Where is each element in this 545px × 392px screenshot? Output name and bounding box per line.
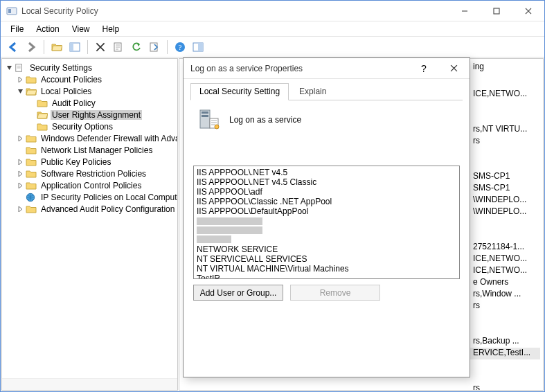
chevron-right-icon[interactable] bbox=[16, 134, 24, 143]
tree-user-rights[interactable]: User Rights Assignment bbox=[27, 109, 176, 121]
folder-icon bbox=[26, 181, 37, 190]
chevron-right-icon[interactable] bbox=[16, 181, 24, 190]
list-fragment[interactable]: \WINDEPLO... bbox=[470, 206, 540, 218]
tree-netlist[interactable]: Network List Manager Policies bbox=[16, 144, 176, 156]
folder-icon bbox=[26, 75, 37, 84]
tree-account-policies[interactable]: Account Policies bbox=[16, 73, 176, 85]
list-fragment[interactable]: rs bbox=[470, 136, 540, 148]
tree-root[interactable]: Security Settings bbox=[5, 62, 176, 73]
show-hide-tree-button[interactable] bbox=[66, 39, 83, 55]
policy-name: Log on as a service bbox=[229, 115, 301, 125]
menu-file[interactable]: File bbox=[5, 23, 29, 35]
menu-view[interactable]: View bbox=[66, 23, 96, 35]
export-button[interactable] bbox=[146, 39, 163, 55]
minimize-button[interactable] bbox=[449, 1, 481, 21]
refresh-button[interactable] bbox=[128, 39, 145, 55]
window-title: Local Security Policy bbox=[21, 6, 449, 16]
tree-ipsec[interactable]: IP Security Policies on Local Computer bbox=[16, 191, 176, 203]
chevron-right-icon[interactable] bbox=[16, 170, 24, 178]
redacted-item[interactable] bbox=[197, 217, 262, 225]
tree-label: Security Settings bbox=[28, 63, 93, 73]
list-fragment[interactable]: SMS-CP1 bbox=[470, 171, 540, 183]
app-icon bbox=[6, 6, 17, 17]
properties-button[interactable] bbox=[110, 39, 127, 55]
chevron-down-icon[interactable] bbox=[16, 87, 24, 96]
dialog-tabs: Local Security Setting Explain bbox=[190, 83, 463, 100]
principal-item[interactable]: NT VIRTUAL MACHINE\Virtual Machines bbox=[197, 264, 456, 274]
list-fragment[interactable]: ICE,NETWO... bbox=[470, 265, 540, 277]
list-fragment[interactable]: SMS-CP1 bbox=[470, 183, 540, 195]
folder-icon bbox=[26, 145, 37, 155]
principal-item[interactable]: IIS APPPOOL\DefaultAppPool bbox=[197, 206, 456, 216]
list-fragment[interactable]: ing bbox=[470, 62, 540, 73]
principal-item[interactable]: IIS APPPOOL\Classic .NET AppPool bbox=[197, 197, 456, 206]
folder-icon bbox=[26, 204, 37, 214]
close-button[interactable] bbox=[512, 1, 544, 21]
tree-pubkey[interactable]: Public Key Policies bbox=[16, 156, 176, 168]
forward-button[interactable] bbox=[23, 39, 39, 55]
globe-icon bbox=[26, 193, 37, 202]
folder-open-icon bbox=[37, 110, 48, 120]
add-user-or-group-button[interactable]: Add User or Group... bbox=[193, 285, 283, 301]
tree-firewall[interactable]: Windows Defender Firewall with Advanced … bbox=[16, 132, 176, 144]
chevron-right-icon[interactable] bbox=[16, 158, 24, 166]
folder-open-icon bbox=[26, 87, 37, 96]
tree-local-policies[interactable]: Local Policies bbox=[16, 85, 176, 97]
tree-appcontrol[interactable]: Application Control Policies bbox=[16, 179, 176, 191]
remove-button: Remove bbox=[290, 285, 380, 301]
horizontal-scrollbar[interactable] bbox=[2, 378, 177, 390]
titlebar: Local Security Policy bbox=[1, 1, 544, 21]
help-button[interactable] bbox=[172, 39, 188, 55]
delete-button[interactable] bbox=[92, 39, 109, 55]
chevron-right-icon[interactable] bbox=[16, 75, 24, 84]
principal-item[interactable]: IIS APPPOOL\.NET v4.5 bbox=[197, 168, 456, 177]
menu-action[interactable]: Action bbox=[30, 23, 64, 35]
dialog-help-button[interactable]: ? bbox=[410, 63, 438, 74]
tree-pane: Security Settings Account Policies Local… bbox=[1, 58, 178, 391]
folder-icon bbox=[26, 134, 37, 143]
principal-item[interactable]: NT SERVICE\ALL SERVICES bbox=[197, 254, 456, 264]
list-fragment[interactable]: rs bbox=[470, 301, 540, 312]
tree-security-options[interactable]: Security Options bbox=[27, 121, 176, 132]
folder-icon bbox=[26, 169, 37, 179]
maximize-button[interactable] bbox=[481, 1, 512, 21]
redacted-item[interactable] bbox=[197, 235, 231, 243]
back-button[interactable] bbox=[5, 39, 21, 55]
list-fragment[interactable]: ICE,NETWO... bbox=[470, 89, 540, 100]
redacted-item[interactable] bbox=[197, 226, 262, 234]
tab-explain[interactable]: Explain bbox=[290, 83, 335, 100]
list-fragment[interactable]: rs,NT VIRTU... bbox=[470, 124, 540, 136]
up-button[interactable] bbox=[48, 39, 65, 55]
tree-audit-policy[interactable]: Audit Policy bbox=[27, 97, 176, 109]
list-fragment[interactable]: \WINDEPLO... bbox=[470, 195, 540, 206]
menu-help[interactable]: Help bbox=[97, 23, 125, 35]
list-fragment[interactable]: 27521184-1... bbox=[470, 242, 540, 253]
list-fragment[interactable]: rs,Backup ... bbox=[470, 336, 540, 348]
chevron-right-icon[interactable] bbox=[16, 205, 24, 213]
tree-softrestrict[interactable]: Software Restriction Policies bbox=[16, 168, 176, 179]
list-fragment[interactable]: ICE,NETWO... bbox=[470, 253, 540, 265]
tab-local-security-setting[interactable]: Local Security Setting bbox=[190, 83, 289, 100]
principal-item[interactable]: IIS APPPOOL\adf bbox=[197, 187, 456, 197]
dialog-close-button[interactable] bbox=[438, 58, 470, 78]
tree[interactable]: Security Settings Account Policies Local… bbox=[2, 59, 177, 378]
menubar: File Action View Help bbox=[1, 21, 544, 37]
dialog-titlebar: Log on as a service Properties ? bbox=[184, 58, 470, 79]
principals-listbox[interactable]: IIS APPPOOL\.NET v4.5 IIS APPPOOL\.NET v… bbox=[193, 166, 460, 279]
svg-rect-12 bbox=[70, 43, 73, 51]
list-fragment[interactable]: e Owners bbox=[470, 277, 540, 289]
tree-advaudit[interactable]: Advanced Audit Policy Configuration bbox=[16, 203, 176, 215]
principal-item[interactable]: TestIR bbox=[197, 274, 456, 279]
policy-icon bbox=[197, 109, 220, 131]
principal-item[interactable]: IIS APPPOOL\.NET v4.5 Classic bbox=[197, 177, 456, 187]
svg-rect-14 bbox=[150, 43, 157, 51]
list-fragment[interactable]: rs,Window ... bbox=[470, 289, 540, 301]
principal-item[interactable]: NETWORK SERVICE bbox=[197, 244, 456, 254]
folder-icon bbox=[37, 122, 48, 132]
folder-icon bbox=[26, 157, 37, 167]
chevron-down-icon[interactable] bbox=[5, 64, 13, 72]
list-fragment[interactable]: rs bbox=[470, 383, 540, 390]
manage-button[interactable] bbox=[190, 39, 206, 55]
folder-icon bbox=[37, 98, 48, 108]
list-fragment[interactable]: ERVICE,TestI... bbox=[470, 348, 540, 359]
